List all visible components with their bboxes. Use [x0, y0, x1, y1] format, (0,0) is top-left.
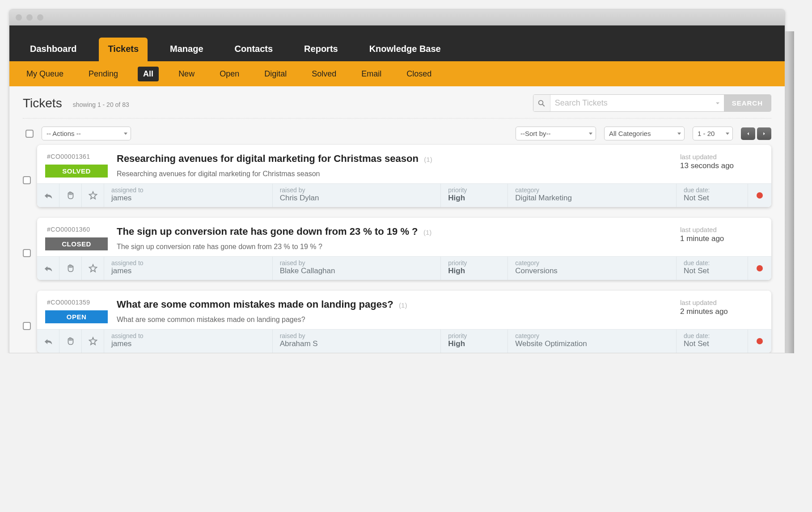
page-title: Tickets — [23, 96, 62, 110]
nav-item-tickets[interactable]: Tickets — [99, 38, 148, 61]
last-updated-value: 13 seconds ago — [680, 161, 761, 170]
search-button[interactable]: SEARCH — [724, 95, 771, 111]
search-filter-dropdown-icon[interactable] — [711, 95, 724, 111]
due-date-label: due date: — [684, 332, 740, 339]
subnav-item-my-queue[interactable]: My Queue — [21, 67, 69, 81]
subnav-item-open[interactable]: Open — [214, 67, 245, 81]
hand-icon[interactable] — [59, 257, 82, 280]
priority-value: High — [448, 194, 500, 203]
search-bar: SEARCH — [533, 94, 771, 112]
ticket-checkbox[interactable] — [23, 322, 31, 330]
last-updated-value: 1 minute ago — [680, 234, 761, 243]
category-value: Website Optimization — [515, 339, 669, 348]
raised-by-value: Abraham S — [280, 339, 434, 348]
ticket-id: #CO00001359 — [45, 299, 108, 306]
ticket-id: #CO00001361 — [45, 153, 108, 160]
assigned-to-value: james — [111, 339, 265, 348]
nav-item-manage[interactable]: Manage — [161, 38, 212, 61]
subnav-item-email[interactable]: Email — [356, 67, 387, 81]
ticket-reply-count: (1) — [424, 156, 432, 163]
due-date-value: Not Set — [684, 267, 740, 275]
subnav-item-solved[interactable]: Solved — [306, 67, 342, 81]
subnav-item-pending[interactable]: Pending — [83, 67, 123, 81]
last-updated-label: last updated — [680, 299, 761, 306]
raised-by-label: raised by — [280, 332, 434, 339]
category-select[interactable]: All Categories — [604, 127, 685, 140]
window-control-max[interactable] — [37, 14, 43, 21]
svg-line-1 — [542, 104, 545, 106]
ticket-status-badge: SOLVED — [45, 165, 108, 178]
search-input[interactable] — [550, 95, 711, 111]
raised-by-label: raised by — [280, 186, 434, 194]
nav-item-reports[interactable]: Reports — [295, 38, 347, 61]
ticket-card[interactable]: #CO00001360 CLOSED The sign up conversio… — [37, 218, 771, 280]
window-control-min[interactable] — [26, 14, 33, 21]
raised-by-value: Chris Dylan — [280, 194, 434, 203]
search-icon[interactable] — [533, 95, 550, 111]
category-label: category — [515, 259, 669, 267]
category-label: category — [515, 186, 669, 194]
range-select[interactable]: 1 - 20 — [693, 127, 733, 140]
raised-by-label: raised by — [280, 259, 434, 267]
nav-item-dashboard[interactable]: Dashboard — [21, 38, 85, 61]
ticket-id: #CO00001360 — [45, 226, 108, 233]
priority-label: priority — [448, 186, 500, 194]
raised-by-value: Blake Callaghan — [280, 267, 434, 275]
subnav-item-new[interactable]: New — [173, 67, 200, 81]
subnav-item-digital[interactable]: Digital — [259, 67, 292, 81]
nav-item-contacts[interactable]: Contacts — [226, 38, 282, 61]
category-value: Digital Marketing — [515, 194, 669, 203]
actions-select[interactable]: -- Actions -- — [42, 127, 131, 140]
ticket-checkbox[interactable] — [23, 249, 31, 257]
priority-value: High — [448, 339, 500, 348]
status-dot-icon — [748, 330, 771, 353]
category-value: Conversions — [515, 267, 669, 275]
window-control-close[interactable] — [16, 14, 22, 21]
status-dot-icon — [748, 184, 771, 207]
assigned-to-label: assigned to — [111, 332, 265, 339]
select-all-checkbox[interactable] — [25, 130, 34, 138]
ticket-card[interactable]: #CO00001361 SOLVED Researching avenues f… — [37, 145, 771, 207]
assigned-to-label: assigned to — [111, 259, 265, 267]
page-subtitle: showing 1 - 20 of 83 — [73, 101, 129, 108]
due-date-label: due date: — [684, 186, 740, 194]
hand-icon[interactable] — [59, 330, 82, 353]
nav-item-knowledge-base[interactable]: Knowledge Base — [360, 38, 450, 61]
reply-icon[interactable] — [37, 257, 59, 280]
last-updated-value: 2 minutes ago — [680, 307, 761, 316]
window-titlebar — [9, 9, 785, 25]
pager-prev-button[interactable] — [741, 127, 755, 140]
svg-marker-3 — [89, 265, 97, 272]
priority-label: priority — [448, 259, 500, 267]
ticket-title[interactable]: The sign up conversion rate has gone dow… — [117, 226, 418, 237]
subnav-item-closed[interactable]: Closed — [401, 67, 437, 81]
ticket-description: The sign up conversion rate has gone dow… — [117, 243, 668, 251]
ticket-card[interactable]: #CO00001359 OPEN What are some common mi… — [37, 291, 771, 353]
ticket-reply-count: (1) — [423, 228, 431, 236]
last-updated-label: last updated — [680, 153, 761, 161]
ticket-status-badge: OPEN — [45, 310, 108, 323]
ticket-status-badge: CLOSED — [45, 237, 108, 250]
primary-nav: DashboardTicketsManageContactsReportsKno… — [9, 25, 785, 61]
ticket-title[interactable]: Researching avenues for digital marketin… — [117, 153, 419, 164]
sort-select[interactable]: --Sort by-- — [516, 127, 596, 140]
subnav-item-all[interactable]: All — [138, 67, 159, 81]
assigned-to-label: assigned to — [111, 186, 265, 194]
ticket-title[interactable]: What are some common mistakes made on la… — [117, 299, 393, 310]
page-header: Tickets showing 1 - 20 of 83 SEARCH — [23, 94, 771, 118]
reply-icon[interactable] — [37, 184, 59, 207]
ticket-checkbox[interactable] — [23, 176, 31, 184]
priority-label: priority — [448, 332, 500, 339]
status-dot-icon — [748, 257, 771, 280]
secondary-nav: My QueuePendingAllNewOpenDigitalSolvedEm… — [9, 61, 785, 86]
hand-icon[interactable] — [59, 184, 82, 207]
star-icon[interactable] — [82, 330, 104, 353]
pager-next-button[interactable] — [757, 127, 771, 140]
star-icon[interactable] — [82, 184, 104, 207]
star-icon[interactable] — [82, 257, 104, 280]
ticket-reply-count: (1) — [399, 301, 407, 309]
reply-icon[interactable] — [37, 330, 59, 353]
svg-point-0 — [539, 100, 543, 105]
svg-marker-4 — [89, 338, 97, 345]
assigned-to-value: james — [111, 194, 265, 203]
